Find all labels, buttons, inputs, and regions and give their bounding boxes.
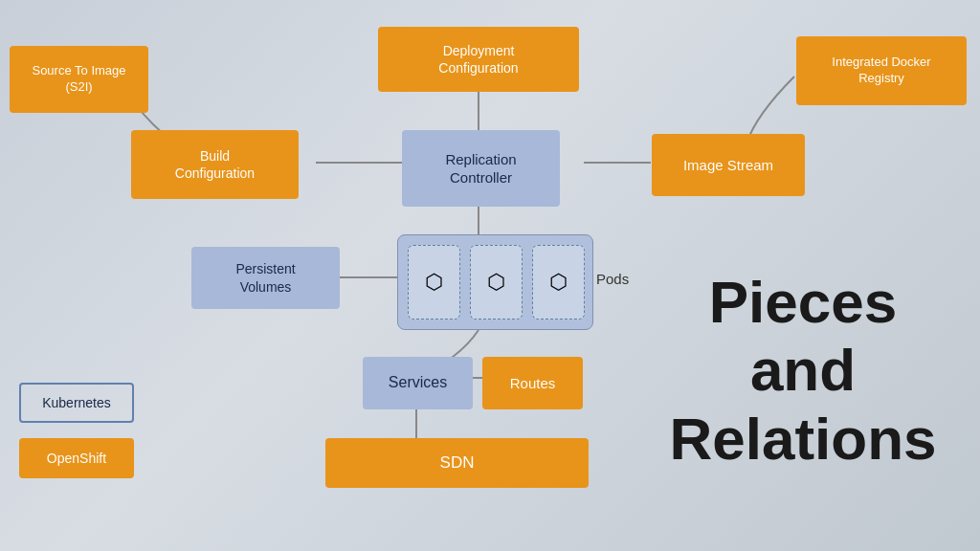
source-to-image-box: Source To Image (S2I)	[10, 46, 148, 113]
kubernetes-box: Kubernetes	[19, 383, 134, 423]
integrated-docker-registry-box: Integrated DockerRegistry	[796, 36, 967, 105]
replication-controller-box: ReplicationController	[402, 130, 560, 207]
build-configuration-box: BuildConfiguration	[131, 130, 299, 199]
pods-label: Pods	[596, 271, 629, 287]
pods-container: ⬡ ⬡ ⬡	[397, 234, 593, 330]
sdn-box: SDN	[325, 438, 589, 488]
routes-box: Routes	[482, 357, 583, 409]
image-stream-box: Image Stream	[652, 134, 805, 196]
services-box: Services	[363, 357, 473, 409]
pod-2: ⬡	[470, 245, 523, 320]
deployment-configuration-box: DeploymentConfiguration	[378, 27, 579, 92]
persistent-volumes-box: PersistentVolumes	[191, 247, 340, 309]
pieces-and-relations-title: PiecesandRelations	[655, 268, 951, 473]
openshift-box: OpenShift	[19, 438, 134, 478]
pod-1: ⬡	[408, 245, 460, 320]
pod-3: ⬡	[532, 245, 585, 320]
